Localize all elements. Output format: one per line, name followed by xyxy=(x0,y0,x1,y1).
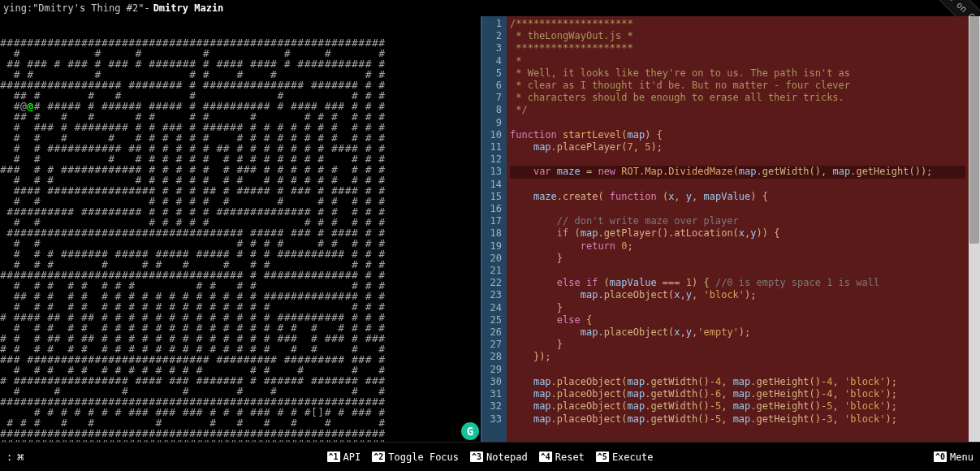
code-line[interactable]: }); xyxy=(510,351,965,363)
top-bar: ying: "Dmitry's Thing #2" - Dmitry Mazin xyxy=(0,0,980,16)
line-number: 26 xyxy=(487,326,502,339)
code-line[interactable]: } xyxy=(510,302,965,314)
shortcut-notepad[interactable]: ^3Notepad xyxy=(470,452,528,463)
line-number: 29 xyxy=(487,364,502,376)
line-number: 33 xyxy=(487,413,502,426)
code-line[interactable] xyxy=(510,203,965,215)
code-line[interactable]: map.placeObject(x,y, 'block'); xyxy=(510,289,965,301)
shortcut-toggle-focus[interactable]: ^2Toggle Focus xyxy=(372,452,459,463)
code-line[interactable]: if (map.getPlayer().atLocation(x,y)) { xyxy=(510,227,965,240)
line-number: 6 xyxy=(487,80,502,92)
grammarly-icon[interactable]: G xyxy=(461,422,479,440)
line-number: 5 xyxy=(487,67,502,80)
line-number: 13 xyxy=(487,166,502,178)
game-pane[interactable]: ########################################… xyxy=(0,16,481,442)
line-number: 19 xyxy=(487,240,502,253)
line-number: 18 xyxy=(487,227,502,240)
shortcut-execute[interactable]: ^5Execute xyxy=(596,452,654,463)
code-line[interactable]: * Well, it looks like they're on to us. … xyxy=(510,67,965,80)
code-line[interactable]: // don't write maze over player xyxy=(510,215,965,227)
bottom-bar: : ⌘ ^1API^2Toggle Focus^3Notepad^4Reset^… xyxy=(0,442,980,471)
shortcut-reset[interactable]: ^4Reset xyxy=(539,452,585,463)
shortcut-label: Notepad xyxy=(486,452,528,463)
line-number: 14 xyxy=(487,179,502,191)
main-split: ########################################… xyxy=(0,16,980,442)
code-line[interactable]: ******************** xyxy=(510,42,965,54)
shortcut-label: Execute xyxy=(612,452,654,463)
code-line[interactable]: /******************** xyxy=(510,18,965,30)
shortcut-key: ^4 xyxy=(539,452,552,462)
editor-pane: 1234567891011121314151617181920212223242… xyxy=(481,16,980,442)
code-line[interactable] xyxy=(510,153,965,166)
shortcut-key: ^2 xyxy=(372,452,385,462)
line-number: 1 xyxy=(487,18,502,30)
code-line[interactable]: else if (mapValue === 1) { //0 is empty … xyxy=(510,277,965,289)
code-area[interactable]: /******************** * theLongWayOut.js… xyxy=(507,16,969,442)
shortcut-key: ^1 xyxy=(327,452,340,462)
code-line[interactable] xyxy=(510,364,965,376)
menu-label: Menu xyxy=(950,452,974,463)
line-number: 23 xyxy=(487,289,502,301)
now-playing-prefix: ying: xyxy=(3,2,32,14)
code-line[interactable]: * clear as I thought it'd be. But no mat… xyxy=(510,80,965,92)
track-artist: Dmitry Mazin xyxy=(153,2,224,14)
code-line[interactable]: return 0; xyxy=(510,240,965,253)
command-prompt[interactable]: : ⌘ xyxy=(6,451,24,464)
editor-scrollbar[interactable] xyxy=(969,16,980,442)
code-line[interactable] xyxy=(510,179,965,191)
code-line[interactable]: * characters should be enough to erase a… xyxy=(510,92,965,104)
code-line[interactable] xyxy=(510,265,965,277)
code-line[interactable]: map.placePlayer(7, 5); xyxy=(510,141,965,153)
code-line[interactable]: map.placeObject(map.getWidth()-5, map.ge… xyxy=(510,413,965,426)
code-line[interactable]: * xyxy=(510,55,965,67)
line-number: 12 xyxy=(487,153,502,166)
code-line[interactable]: map.placeObject(x,y,'empty'); xyxy=(510,326,965,339)
line-number: 17 xyxy=(487,215,502,227)
code-line[interactable]: */ xyxy=(510,104,965,116)
shortcut-label: Toggle Focus xyxy=(388,452,459,463)
shortcut-bar: ^1API^2Toggle Focus^3Notepad^4Reset^5Exe… xyxy=(327,452,654,463)
line-number: 31 xyxy=(487,388,502,400)
code-line[interactable]: map.placeObject(map.getWidth()-5, map.ge… xyxy=(510,400,965,413)
line-number: 8 xyxy=(487,104,502,116)
line-number: 27 xyxy=(487,339,502,351)
line-number: 9 xyxy=(487,117,502,129)
line-number: 21 xyxy=(487,265,502,277)
line-number: 22 xyxy=(487,277,502,289)
menu-key: ^0 xyxy=(934,452,947,462)
track-title: "Dmitry's Thing #2" xyxy=(32,2,144,14)
line-number: 10 xyxy=(487,129,502,141)
line-number: 16 xyxy=(487,203,502,215)
line-number: 28 xyxy=(487,351,502,363)
code-line[interactable]: function startLevel(map) { xyxy=(510,129,965,141)
shortcut-api[interactable]: ^1API xyxy=(327,452,361,463)
line-number: 11 xyxy=(487,141,502,153)
code-line[interactable]: } xyxy=(510,339,965,351)
line-number: 30 xyxy=(487,376,502,388)
line-number: 2 xyxy=(487,30,502,42)
code-line[interactable]: } xyxy=(510,253,965,265)
scrollbar-thumb[interactable] xyxy=(969,16,979,244)
menu-shortcut[interactable]: ^0 Menu xyxy=(934,452,974,463)
line-number: 25 xyxy=(487,314,502,326)
code-line[interactable]: var maze = new ROT.Map.DividedMaze(map.g… xyxy=(510,166,965,178)
shortcut-key: ^5 xyxy=(596,452,609,462)
code-line[interactable]: map.placeObject(map.getWidth()-6, map.ge… xyxy=(510,388,965,400)
line-number: 7 xyxy=(487,92,502,104)
command-icon: ⌘ xyxy=(17,451,24,464)
code-line[interactable]: else { xyxy=(510,314,965,326)
line-gutter: 1234567891011121314151617181920212223242… xyxy=(482,16,507,442)
line-number: 32 xyxy=(487,400,502,413)
line-number: 3 xyxy=(487,42,502,54)
code-line[interactable]: map.placeObject(map.getWidth()-4, map.ge… xyxy=(510,376,965,388)
code-line[interactable]: * theLongWayOut.js * xyxy=(510,30,965,42)
shortcut-label: API xyxy=(343,452,361,463)
line-number: 20 xyxy=(487,253,502,265)
shortcut-label: Reset xyxy=(555,452,585,463)
code-line[interactable]: maze.create( function (x, y, mapValue) { xyxy=(510,191,965,203)
maze-grid[interactable]: ########################################… xyxy=(0,37,481,442)
line-number: 4 xyxy=(487,55,502,67)
code-line[interactable] xyxy=(510,117,965,129)
line-number: 15 xyxy=(487,191,502,203)
prompt-colon: : xyxy=(6,452,12,463)
